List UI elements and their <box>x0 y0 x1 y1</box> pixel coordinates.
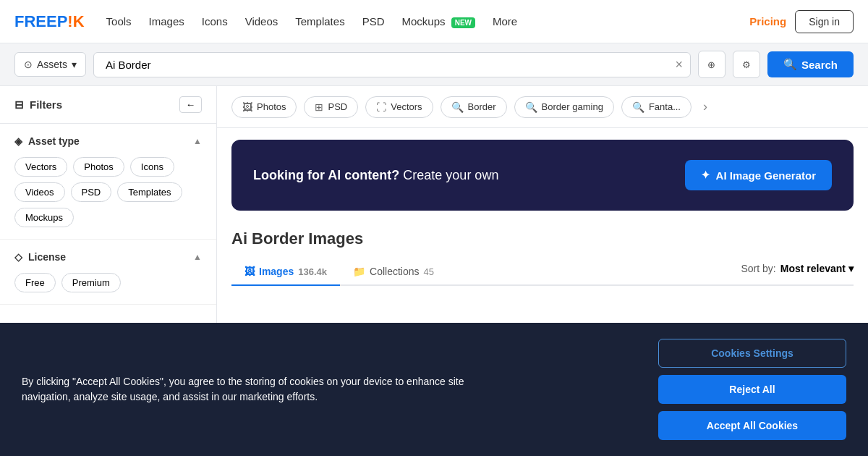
asset-type-tags: Vectors Photos Icons Videos PSD Template… <box>14 157 202 227</box>
nav-images[interactable]: Images <box>149 15 184 28</box>
filter-header: ⊟ Filters ← <box>0 86 216 124</box>
settings-icon: ⚙ <box>742 59 751 70</box>
tag-vectors[interactable]: Vectors <box>14 157 67 177</box>
tag-psd[interactable]: PSD <box>71 182 112 202</box>
license-title: ◇ License <box>14 251 66 263</box>
results-title: Ai Border Images <box>231 229 854 248</box>
new-badge: NEW <box>451 17 475 28</box>
nav-more[interactable]: More <box>493 15 517 28</box>
cookie-banner: By clicking "Accept All Cookies", you ag… <box>0 323 868 456</box>
logo-free: FREEP <box>14 12 67 30</box>
vectors-icon: ⛶ <box>376 101 386 113</box>
search-bar: ⊙ Assets ▾ × ⊕ ⚙ 🔍 Search <box>0 43 868 86</box>
nav-icons[interactable]: Icons <box>202 15 228 28</box>
ai-generator-button[interactable]: ✦ AI Image Generator <box>685 160 832 190</box>
nav-right: Pricing Sign in <box>749 10 854 33</box>
license-section: ◇ License ▲ Free Premium <box>0 240 216 305</box>
ai-banner-text: Looking for AI content? Create your own <box>253 168 498 183</box>
cookie-text: By clicking "Accept All Cookies", you ag… <box>22 374 514 405</box>
pill-scroll-right[interactable]: › <box>699 95 712 119</box>
ai-banner: Looking for AI content? Create your own … <box>231 140 854 211</box>
tag-premium[interactable]: Premium <box>61 273 121 292</box>
tag-photos[interactable]: Photos <box>73 157 124 177</box>
fanta-icon: 🔍 <box>632 101 644 113</box>
logo[interactable]: FREEP!K <box>14 12 85 31</box>
tabs: 🖼 Images 136.4k 📁 Collections 45 <box>231 258 447 284</box>
reject-all-button[interactable]: Reject All <box>658 375 846 404</box>
search-icon: 🔍 <box>783 58 797 71</box>
photos-icon: 🖼 <box>242 101 252 113</box>
top-nav: FREEP!K Tools Images Icons Videos Templa… <box>0 0 868 43</box>
tag-mockups[interactable]: Mockups <box>14 208 74 227</box>
clear-button[interactable]: × <box>675 57 683 72</box>
chevron-up-icon-license: ▲ <box>193 252 202 262</box>
assets-dropdown[interactable]: ⊙ Assets ▾ <box>14 52 86 77</box>
pricing-link[interactable]: Pricing <box>749 15 786 28</box>
asset-type-section: ◈ Asset type ▲ Vectors Photos Icons Vide… <box>0 124 216 240</box>
tag-free[interactable]: Free <box>14 273 56 292</box>
assets-label: Assets <box>37 59 67 70</box>
ai-search-button[interactable]: ⊕ <box>698 51 726 78</box>
pill-psd[interactable]: ⊞ PSD <box>304 96 358 118</box>
pill-fanta[interactable]: 🔍 Fanta... <box>621 96 692 118</box>
search-button[interactable]: 🔍 Search <box>767 51 854 77</box>
license-tags: Free Premium <box>14 273 202 292</box>
images-tab-icon: 🖼 <box>244 266 255 277</box>
asset-type-title: ◈ Asset type <box>14 135 80 147</box>
pill-photos[interactable]: 🖼 Photos <box>231 96 297 118</box>
search-input-wrap: × <box>93 52 691 77</box>
tab-collections[interactable]: 📁 Collections 45 <box>340 258 447 286</box>
pill-border-gaming[interactable]: 🔍 Border gaming <box>514 96 614 118</box>
nav-psd[interactable]: PSD <box>362 15 385 28</box>
asset-type-icon: ◈ <box>14 135 22 147</box>
pill-filter-row: 🖼 Photos ⊞ PSD ⛶ Vectors 🔍 Border 🔍 Bord… <box>217 86 868 128</box>
assets-icon: ⊙ <box>24 59 33 70</box>
tabs-row: 🖼 Images 136.4k 📁 Collections 45 Sort by… <box>231 258 854 286</box>
collapse-sidebar-button[interactable]: ← <box>179 96 202 113</box>
asset-type-header[interactable]: ◈ Asset type ▲ <box>14 135 202 147</box>
cookies-settings-button[interactable]: Cookies Settings <box>658 339 846 368</box>
border-gaming-icon: 🔍 <box>525 101 537 113</box>
results-header: Ai Border Images 🖼 Images 136.4k 📁 Colle… <box>217 222 868 286</box>
nav-templates[interactable]: Templates <box>295 15 344 28</box>
nav-videos[interactable]: Videos <box>245 15 278 28</box>
settings-button[interactable]: ⚙ <box>733 51 760 78</box>
pill-border[interactable]: 🔍 Border <box>441 96 507 118</box>
nav-tools[interactable]: Tools <box>106 15 132 28</box>
license-icon: ◇ <box>14 251 22 263</box>
sort-row: Sort by: Most relevant ▾ <box>741 263 854 280</box>
tab-images[interactable]: 🖼 Images 136.4k <box>231 258 340 286</box>
cookie-actions: Cookies Settings Reject All Accept All C… <box>658 339 846 440</box>
filter-title: ⊟ Filters <box>14 98 62 111</box>
search-input[interactable] <box>101 53 675 77</box>
border-icon: 🔍 <box>451 101 464 113</box>
tag-icons[interactable]: Icons <box>130 157 174 177</box>
chevron-up-icon: ▲ <box>193 136 202 146</box>
accept-all-button[interactable]: Accept All Cookies <box>658 411 846 440</box>
psd-icon: ⊞ <box>315 101 323 113</box>
collections-tab-icon: 📁 <box>353 266 365 277</box>
tag-templates[interactable]: Templates <box>117 182 182 202</box>
nav-links: Tools Images Icons Videos Templates PSD … <box>106 15 750 28</box>
sort-button[interactable]: Most relevant ▾ <box>780 263 854 274</box>
sign-in-button[interactable]: Sign in <box>795 10 854 33</box>
license-header[interactable]: ◇ License ▲ <box>14 251 202 263</box>
tag-videos[interactable]: Videos <box>14 182 65 202</box>
nav-mockups[interactable]: Mockups NEW <box>401 15 475 28</box>
ai-search-icon: ⊕ <box>707 59 715 70</box>
ai-gen-icon: ✦ <box>701 169 710 182</box>
pill-vectors[interactable]: ⛶ Vectors <box>365 96 433 118</box>
sort-chevron-icon: ▾ <box>848 263 854 274</box>
filter-icon: ⊟ <box>14 98 24 111</box>
chevron-down-icon: ▾ <box>72 59 77 70</box>
logo-pik: !K <box>67 12 84 30</box>
